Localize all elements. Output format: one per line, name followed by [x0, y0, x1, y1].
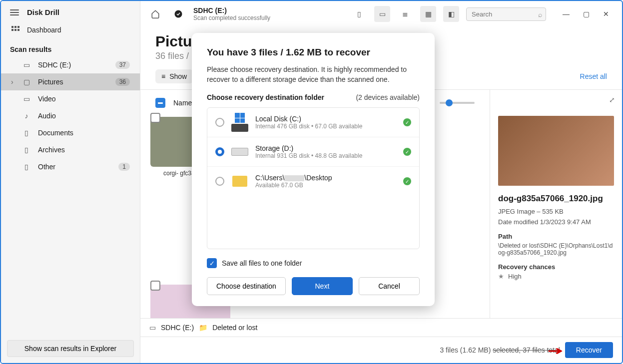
destination-meta: Internal 931 GB disk • 48.8 GB available	[255, 152, 396, 159]
destination-name: C:\Users\\Desktop	[255, 174, 396, 182]
checkbox-checked-icon[interactable]: ✓	[207, 258, 217, 268]
modal-buttons: Choose destination Next Cancel	[207, 277, 420, 295]
recovery-destination-modal: You have 3 files / 1.62 MB to recover Pl…	[192, 33, 435, 306]
check-ok-icon: ✓	[403, 177, 411, 185]
destination-meta: Available 67.0 GB	[255, 182, 396, 189]
destination-name: Storage (D:)	[255, 144, 396, 152]
modal-subheading: Choose recovery destination folder (2 de…	[207, 93, 420, 101]
destination-list: Local Disk (C:) Internal 476 GB disk • 6…	[207, 107, 420, 249]
radio-icon[interactable]	[215, 147, 224, 156]
destination-info: Storage (D:) Internal 931 GB disk • 48.8…	[255, 144, 396, 159]
drive-icon	[231, 146, 248, 158]
choose-destination-button[interactable]: Choose destination	[207, 277, 286, 295]
device-count: (2 devices available)	[356, 93, 420, 101]
redacted-username	[284, 175, 304, 181]
modal-description: Please choose recovery destination. It i…	[207, 65, 420, 84]
destination-desktop-folder[interactable]: C:\Users\\Desktop Available 67.0 GB ✓	[207, 166, 419, 196]
destination-info: C:\Users\\Desktop Available 67.0 GB	[255, 174, 396, 189]
radio-icon[interactable]	[215, 177, 224, 186]
windows-disk-icon	[231, 116, 248, 128]
save-all-checkbox-row[interactable]: ✓ Save all files to one folder	[207, 258, 420, 268]
destination-name: Local Disk (C:)	[255, 115, 396, 123]
save-all-label: Save all files to one folder	[222, 259, 302, 267]
cancel-button[interactable]: Cancel	[359, 277, 420, 295]
destination-info: Local Disk (C:) Internal 476 GB disk • 6…	[255, 115, 396, 130]
modal-title: You have 3 files / 1.62 MB to recover	[207, 47, 420, 58]
destination-storage-d[interactable]: Storage (D:) Internal 931 GB disk • 48.8…	[207, 137, 419, 166]
folder-icon	[231, 175, 248, 187]
destination-local-disk-c[interactable]: Local Disk (C:) Internal 476 GB disk • 6…	[207, 108, 419, 137]
destination-meta: Internal 476 GB disk • 67.0 GB available	[255, 123, 396, 130]
next-button[interactable]: Next	[292, 277, 353, 295]
radio-icon[interactable]	[215, 118, 224, 127]
check-ok-icon: ✓	[403, 148, 411, 156]
check-ok-icon: ✓	[403, 118, 411, 126]
